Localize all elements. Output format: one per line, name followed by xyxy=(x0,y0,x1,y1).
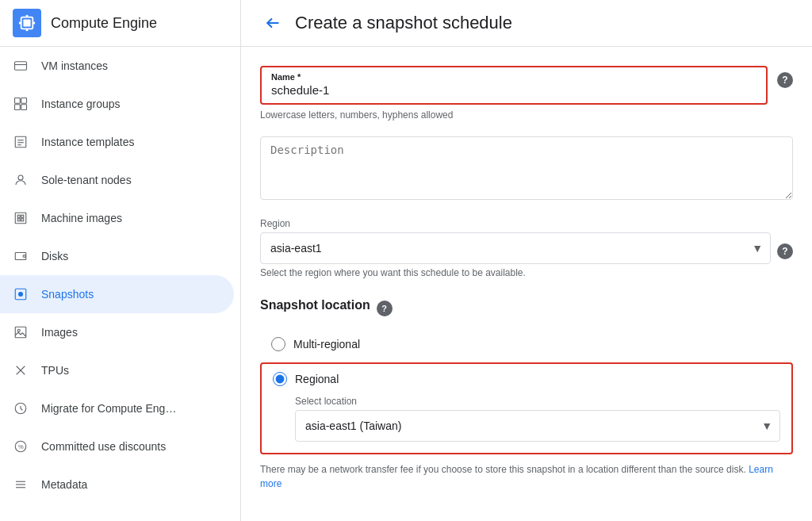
select-location-label: Select location xyxy=(295,396,780,407)
svg-rect-5 xyxy=(33,22,35,25)
svg-rect-0 xyxy=(23,19,30,26)
region-select-wrapper: asia-east1 asia-east2 asia-northeast1 us… xyxy=(260,232,771,264)
name-field-box: Name * schedule-1 xyxy=(260,66,768,105)
svg-rect-17 xyxy=(15,213,26,224)
location-subfield: Select location asia-east1 (Taiwan) asia… xyxy=(295,396,780,442)
sidebar-item-images[interactable]: Images xyxy=(0,313,234,351)
fee-notice: There may be a network transfer fee if y… xyxy=(260,462,793,491)
name-value: schedule-1 xyxy=(271,83,756,97)
region-select[interactable]: asia-east1 asia-east2 asia-northeast1 us… xyxy=(260,232,771,264)
sidebar-header: Compute Engine xyxy=(0,0,240,47)
svg-rect-4 xyxy=(19,22,21,25)
sidebar-label-machine-images: Machine images xyxy=(41,212,122,224)
multi-regional-label: Multi-regional xyxy=(293,338,360,351)
sidebar-label-sole-tenant: Sole-tenant nodes xyxy=(41,174,132,186)
sidebar-item-disks[interactable]: Disks xyxy=(0,237,234,275)
committed-use-icon: % xyxy=(13,439,29,454)
name-label: Name * xyxy=(271,72,756,82)
description-input[interactable] xyxy=(260,136,793,200)
tpus-icon xyxy=(13,362,29,378)
regional-radio[interactable] xyxy=(273,372,287,386)
sidebar-item-machine-images[interactable]: Machine images xyxy=(0,199,234,237)
sidebar-item-instance-groups[interactable]: Instance groups xyxy=(0,85,234,123)
sidebar-item-tpus[interactable]: TPUs xyxy=(0,351,234,389)
name-field-highlight: Name * schedule-1 xyxy=(260,66,768,105)
snapshot-location-help-icon[interactable]: ? xyxy=(377,301,393,316)
svg-rect-26 xyxy=(15,327,26,338)
sidebar-label-committed-use: Committed use discounts xyxy=(41,440,166,453)
region-label: Region xyxy=(260,218,793,229)
svg-rect-11 xyxy=(21,105,27,110)
svg-rect-6 xyxy=(15,62,27,71)
name-field-group: Name * schedule-1 ? Lowercase letters, n… xyxy=(260,66,793,121)
main-panel: Create a snapshot schedule Name * schedu… xyxy=(241,0,812,521)
back-button[interactable] xyxy=(260,10,285,36)
svg-point-25 xyxy=(18,292,23,297)
disks-icon xyxy=(13,248,29,264)
sidebar-item-migrate[interactable]: Migrate for Compute Eng… xyxy=(0,389,234,427)
name-field-row: Name * schedule-1 ? xyxy=(260,66,793,105)
svg-rect-18 xyxy=(17,215,20,217)
svg-point-23 xyxy=(23,255,25,258)
form-content: Name * schedule-1 ? Lowercase letters, n… xyxy=(241,47,812,521)
snapshot-location-title: Snapshot location ? xyxy=(260,294,793,316)
svg-rect-21 xyxy=(21,219,24,221)
svg-rect-9 xyxy=(21,98,27,104)
name-helper-text: Lowercase letters, numbers, hyphens allo… xyxy=(260,109,793,121)
svg-rect-3 xyxy=(26,29,29,31)
sidebar-item-committed-use[interactable]: % Committed use discounts xyxy=(0,427,234,465)
location-select-wrapper: asia-east1 (Taiwan) asia-east2 (Hong Kon… xyxy=(295,410,780,442)
instance-groups-icon xyxy=(13,96,29,112)
regional-radio-row[interactable]: Regional xyxy=(273,372,780,386)
svg-point-27 xyxy=(17,329,20,331)
sidebar-title: Compute Engine xyxy=(51,15,157,32)
svg-rect-2 xyxy=(26,15,29,17)
svg-rect-19 xyxy=(21,215,24,217)
sidebar-label-images: Images xyxy=(41,326,78,339)
sidebar-label-migrate: Migrate for Compute Eng… xyxy=(41,402,176,415)
sidebar-label-snapshots: Snapshots xyxy=(41,288,94,301)
region-row: asia-east1 asia-east2 asia-northeast1 us… xyxy=(260,232,793,264)
migrate-icon xyxy=(13,400,29,416)
sidebar-label-instance-groups: Instance groups xyxy=(41,98,121,110)
machine-images-icon xyxy=(13,210,29,226)
sidebar-item-instance-templates[interactable]: Instance templates xyxy=(0,123,234,161)
sidebar-label-metadata: Metadata xyxy=(41,478,87,491)
svg-rect-10 xyxy=(15,105,21,110)
sidebar-item-metadata[interactable]: Metadata xyxy=(0,465,234,504)
vm-instances-icon xyxy=(13,58,29,74)
snapshots-icon xyxy=(13,286,29,302)
page-title: Create a snapshot schedule xyxy=(295,13,512,33)
svg-point-16 xyxy=(18,175,23,180)
sidebar-item-snapshots[interactable]: Snapshots xyxy=(0,275,234,313)
region-field-group: Region asia-east1 asia-east2 asia-northe… xyxy=(260,218,793,278)
sidebar-label-disks: Disks xyxy=(41,250,68,262)
svg-text:%: % xyxy=(18,443,24,450)
svg-rect-12 xyxy=(15,136,26,147)
sidebar: Compute Engine VM instances Instance gro… xyxy=(0,0,241,521)
page-header: Create a snapshot schedule xyxy=(241,0,812,47)
sidebar-label-instance-templates: Instance templates xyxy=(41,136,135,148)
svg-rect-20 xyxy=(17,219,20,221)
description-field-group xyxy=(260,136,793,202)
multi-regional-option[interactable]: Multi-regional xyxy=(260,329,793,359)
sidebar-item-vm-instances[interactable]: VM instances xyxy=(0,47,234,85)
regional-option-selected: Regional Select location asia-east1 (Tai… xyxy=(260,362,793,454)
region-helper-text: Select the region where you want this sc… xyxy=(260,267,793,278)
location-select[interactable]: asia-east1 (Taiwan) asia-east2 (Hong Kon… xyxy=(295,410,780,442)
svg-rect-8 xyxy=(15,98,21,104)
images-icon xyxy=(13,324,29,340)
snapshot-location-group: Snapshot location ? Multi-regional Regio… xyxy=(260,294,793,491)
compute-engine-icon xyxy=(13,9,41,37)
svg-rect-22 xyxy=(15,253,26,260)
instance-templates-icon xyxy=(13,134,29,150)
sidebar-label-vm-instances: VM instances xyxy=(41,59,108,72)
sidebar-label-tpus: TPUs xyxy=(41,364,69,377)
regional-label: Regional xyxy=(295,373,339,385)
metadata-icon xyxy=(13,477,29,492)
sole-tenant-icon xyxy=(13,172,29,188)
region-help-icon[interactable]: ? xyxy=(777,243,793,259)
multi-regional-radio[interactable] xyxy=(271,337,285,351)
sidebar-item-sole-tenant-nodes[interactable]: Sole-tenant nodes xyxy=(0,161,234,199)
name-help-icon[interactable]: ? xyxy=(777,72,793,88)
